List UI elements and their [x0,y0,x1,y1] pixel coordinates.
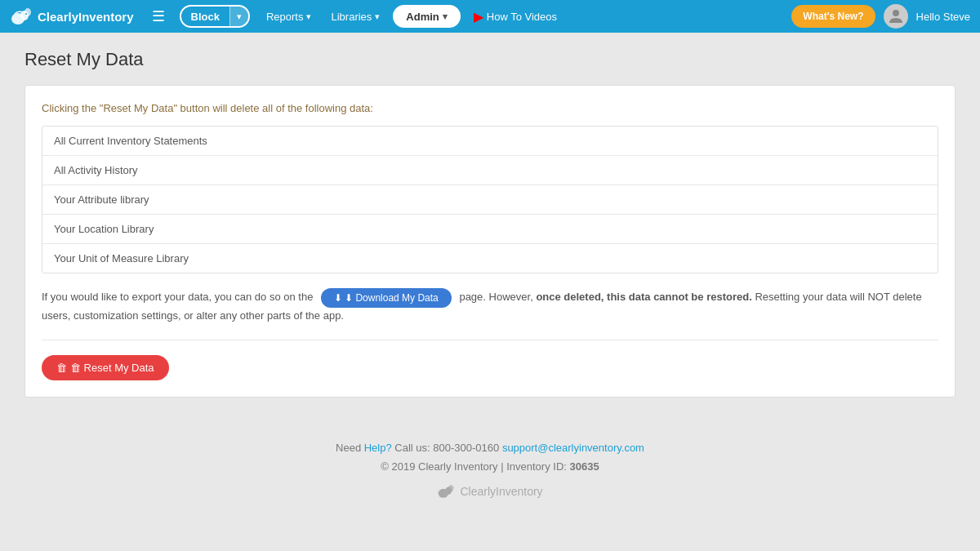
svg-point-7 [449,485,454,491]
block-button-group: Block ▾ [180,5,250,28]
reset-my-data-button[interactable]: 🗑 🗑 Reset My Data [42,355,169,380]
squirrel-icon [10,7,33,25]
main-content: Reset My Data Clicking the "Reset My Dat… [0,33,980,414]
download-icon: ⬇ [334,292,342,304]
help-link[interactable]: Help? [364,442,392,454]
inventory-id: 30635 [570,460,599,473]
page-title: Reset My Data [24,49,956,70]
list-item: All Current Inventory Statements [42,127,938,156]
navbar-right: What's New? Hello Steve [791,4,970,29]
download-my-data-button[interactable]: ⬇ ⬇ Download My Data [321,288,452,308]
info-suffix-plain: page. However, [459,291,532,303]
reset-card: Clicking the "Reset My Data" button will… [24,85,956,398]
whats-new-button[interactable]: What's New? [791,5,875,28]
list-item: Your Unit of Measure Library [42,244,938,273]
svg-point-3 [25,13,27,15]
info-paragraph: If you would like to export your data, y… [42,288,938,340]
youtube-icon: ▶ [474,9,483,24]
block-dropdown-button[interactable]: ▾ [229,7,248,26]
warning-text: Clicking the "Reset My Data" button will… [42,102,938,114]
avatar [884,4,908,29]
footer-logo: ClearlyInventory [0,482,980,502]
brand-text: ClearlyInventory [38,10,134,24]
admin-button[interactable]: Admin [393,5,460,28]
footer-brand-text: ClearlyInventory [460,482,542,502]
need-help-prefix: Need [336,442,361,454]
svg-point-4 [893,10,899,16]
data-list: All Current Inventory Statements All Act… [42,126,938,273]
navbar: ClearlyInventory ☰ Block ▾ Reports Libra… [0,0,980,33]
reports-nav[interactable]: Reports [260,0,318,33]
list-item: Your Attribute library [42,185,938,215]
trash-icon: 🗑 [56,362,67,374]
footer-copyright: © 2019 Clearly Inventory | Inventory ID:… [0,457,980,476]
how-to-videos-nav[interactable]: ▶ How To Videos [467,0,564,33]
info-prefix: If you would like to export your data, y… [42,291,313,303]
svg-point-2 [24,8,31,16]
hamburger-menu[interactable]: ☰ [147,6,170,27]
libraries-nav[interactable]: Libraries [324,0,386,33]
info-suffix-bold: once deleted, this data cannot be restor… [536,291,751,303]
hello-greeting: Hello Steve [916,11,970,23]
list-item: Your Location Library [42,215,938,244]
footer-contact: Need Help? Call us: 800-300-0160 support… [0,438,980,457]
phone-text: Call us: 800-300-0160 [394,442,502,454]
brand-logo[interactable]: ClearlyInventory [10,7,134,25]
footer: Need Help? Call us: 800-300-0160 support… [0,414,980,518]
block-button[interactable]: Block [181,7,229,26]
email-link[interactable]: support@clearlyinventory.com [502,442,644,454]
list-item: All Activity History [42,156,938,185]
